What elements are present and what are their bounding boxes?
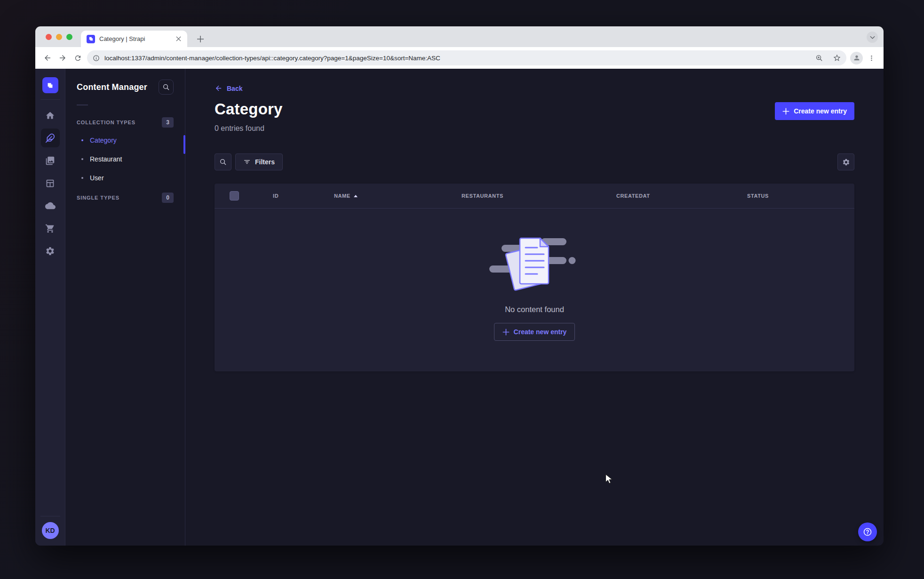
strapi-logo[interactable] (42, 77, 58, 93)
collection-types-list: Category Restaurant User (77, 131, 174, 187)
navbar-divider (40, 99, 60, 100)
nav-content-manager-icon[interactable] (41, 129, 60, 147)
create-new-entry-button[interactable]: Create new entry (775, 102, 854, 120)
back-link[interactable]: Back (215, 84, 242, 92)
back-label: Back (227, 85, 242, 92)
subnav-item-label: Category (90, 137, 117, 144)
navbar-bottom-divider (40, 516, 60, 516)
browser-toolbar: localhost:1337/admin/content-manager/col… (35, 47, 884, 69)
url-bar[interactable]: localhost:1337/admin/content-manager/col… (87, 50, 846, 65)
gear-icon (842, 158, 850, 166)
collection-types-label: COLLECTION TYPES (77, 120, 135, 125)
new-tab-button[interactable] (194, 32, 207, 46)
nav-cloud-icon[interactable] (41, 196, 60, 215)
url-text[interactable]: localhost:1337/admin/content-manager/col… (104, 55, 808, 62)
filters-label: Filters (255, 158, 275, 166)
nav-content-type-builder-icon[interactable] (41, 174, 60, 193)
zoom-page-icon[interactable] (812, 51, 826, 64)
browser-tab-active[interactable]: Category | Strapi (81, 31, 187, 47)
column-header-name[interactable]: NAME (334, 193, 462, 199)
browser-window: Category | Strapi localhost:1337/admin/c… (35, 26, 884, 546)
content-manager-subnav: Content Manager COLLECTION TYPES 3 Categ… (65, 69, 185, 546)
entries-table-card: ID NAME RESTAURANTS CREATEDAT STATUS (215, 184, 854, 371)
browser-profile-avatar[interactable] (850, 52, 863, 64)
column-header-status[interactable]: STATUS (747, 193, 854, 199)
browser-menu-kebab-icon[interactable] (864, 50, 879, 65)
create-new-entry-label: Create new entry (794, 107, 847, 115)
single-types-count-badge: 0 (162, 193, 174, 203)
single-types-label: SINGLE TYPES (77, 195, 119, 201)
nav-media-library-icon[interactable] (41, 151, 60, 170)
table-settings-button[interactable] (837, 153, 854, 170)
select-all-checkbox[interactable] (230, 191, 239, 201)
site-info-icon[interactable] (93, 55, 100, 62)
empty-create-entry-button[interactable]: Create new entry (494, 323, 575, 341)
empty-state: No content found Create new entry (215, 209, 854, 371)
main-navbar: KD (35, 69, 65, 546)
nav-settings-icon[interactable] (41, 241, 60, 260)
subnav-item-category[interactable]: Category (77, 131, 174, 150)
page-title: Category (215, 101, 283, 118)
filters-button[interactable]: Filters (235, 153, 283, 170)
bullet-icon (81, 158, 83, 160)
maximize-window-button[interactable] (66, 34, 72, 40)
back-nav-icon[interactable] (40, 50, 55, 65)
subnav-search-button[interactable] (159, 80, 174, 95)
minimize-window-button[interactable] (56, 34, 62, 40)
bullet-icon (81, 139, 83, 141)
nav-marketplace-icon[interactable] (41, 219, 60, 238)
tab-close-icon[interactable] (174, 35, 183, 43)
navbar-bottom: KD (35, 516, 65, 546)
subnav-item-label: User (90, 174, 104, 182)
desktop: { "browser": { "tab_title": "Category | … (0, 0, 924, 579)
filter-icon (243, 158, 251, 166)
search-icon (219, 158, 227, 166)
column-header-restaurants[interactable]: RESTAURANTS (462, 193, 616, 199)
plus-icon (502, 329, 510, 336)
bookmark-star-icon[interactable] (830, 51, 844, 64)
window-controls (46, 34, 72, 40)
column-header-id[interactable]: ID (273, 193, 334, 199)
table-search-button[interactable] (215, 153, 231, 170)
nav-home-icon[interactable] (41, 106, 60, 125)
strapi-admin-app: KD Content Manager COLLECTION TYPES 3 Ca… (35, 69, 884, 546)
subnav-title: Content Manager (77, 82, 147, 92)
subnav-item-restaurant[interactable]: Restaurant (77, 150, 174, 169)
subnav-divider (77, 105, 88, 105)
table-header-row: ID NAME RESTAURANTS CREATEDAT STATUS (215, 184, 854, 209)
main-content: Back Category Create new entry 0 entries… (185, 69, 884, 546)
sort-ascending-icon (354, 195, 358, 197)
bullet-icon (81, 177, 83, 179)
close-window-button[interactable] (46, 34, 52, 40)
entries-count: 0 entries found (215, 124, 854, 133)
subnav-item-label: Restaurant (90, 155, 122, 163)
user-avatar[interactable]: KD (42, 522, 59, 539)
help-button[interactable] (858, 523, 877, 541)
plus-icon (782, 108, 789, 115)
arrow-left-icon (215, 84, 223, 92)
reload-icon[interactable] (70, 50, 85, 65)
tab-title: Category | Strapi (99, 35, 170, 42)
empty-state-message: No content found (505, 305, 564, 314)
collection-types-count-badge: 3 (162, 117, 174, 128)
tab-search-chevron-icon[interactable] (867, 32, 878, 43)
browser-tabstrip: Category | Strapi (35, 26, 884, 47)
subnav-item-user[interactable]: User (77, 169, 174, 187)
strapi-favicon (87, 35, 95, 43)
no-content-illustration (488, 236, 581, 294)
empty-create-entry-label: Create new entry (514, 328, 567, 336)
forward-nav-icon[interactable] (55, 50, 70, 65)
column-header-createdat[interactable]: CREATEDAT (616, 193, 747, 199)
question-mark-icon (862, 527, 873, 537)
